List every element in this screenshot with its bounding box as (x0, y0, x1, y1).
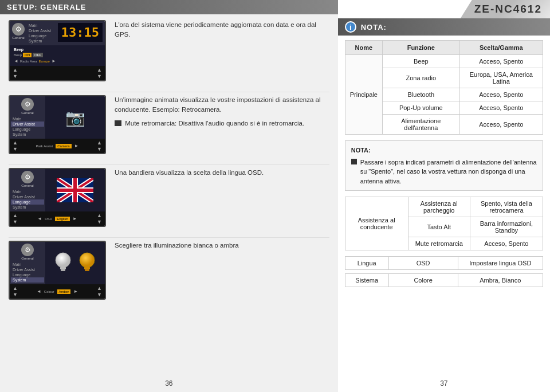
block-colour: ⚙ General Main Driver Assist Language Sy… (9, 241, 329, 300)
sistema-nome: Sistema (345, 274, 388, 287)
funzione-parcheggio: Assistenza al parcheggio (408, 197, 470, 217)
block-camera-text: Un'immagine animata visualizza le vostre… (115, 95, 329, 128)
nota-title: NOTA: (351, 146, 537, 155)
svg-point-12 (80, 253, 95, 268)
scelta-zona: Europa, USA, America Latina (459, 68, 543, 88)
screen-camera: ⚙ General Main Driver Assist Language Sy… (9, 95, 106, 154)
col-nome: Nome (345, 41, 382, 55)
assistenza-cell: Assistenza al conducente (345, 197, 408, 250)
scelta-tasto: Barra informazioni, Standby (470, 217, 543, 237)
right-page: ZE-NC4612 i NOTA: Nome Funzione Scelta/G… (338, 0, 550, 392)
gear-icon-2: ⚙ (21, 98, 34, 111)
main-table: Nome Funzione Scelta/Gamma Principale Be… (345, 40, 543, 135)
sistema-funzione: Colore (388, 274, 458, 287)
block-flag: ⚙ General Main Driver Assist Language Sy… (9, 168, 329, 227)
principale-cell: Principale (345, 55, 382, 135)
scelta-parcheggio: Spento, vista della retrocamera (470, 197, 543, 217)
funzione-popup: Pop-Up volume (383, 101, 460, 115)
funzione-antenna: Alimentazione dell'antenna (383, 115, 460, 135)
left-header-title: SETUP: GENERALE (7, 3, 87, 11)
svg-rect-10 (60, 267, 66, 269)
table-row: Principale Beep Acceso, Spento (345, 55, 543, 68)
page-number-left: 36 (165, 379, 172, 387)
block-clock: ⚙ General Main Driver Assist Language Sy… (9, 20, 329, 81)
svg-point-9 (56, 253, 70, 268)
sistema-table: Sistema Colore Ambra, Bianco (345, 273, 543, 287)
table-row: Assistenza al conducente Assistenza al p… (345, 197, 543, 217)
bulb-white-icon (54, 252, 72, 274)
nota-box: NOTA: Passare i sopra indicati parametri… (345, 140, 543, 191)
assistenza-table: Assistenza al conducente Assistenza al p… (345, 197, 543, 250)
block-camera: ⚙ General Main Driver Assist Language Sy… (9, 95, 329, 154)
clock-display: 13:15 (58, 23, 103, 42)
left-content: ⚙ General Main Driver Assist Language Sy… (0, 14, 338, 316)
lingua-scelta: Impostare lingua OSD (458, 257, 543, 270)
funzione-mute: Mute retromarcia (408, 237, 470, 250)
brand-title: ZE-NC4612 (474, 3, 542, 15)
screen-flag: ⚙ General Main Driver Assist Language Sy… (9, 168, 106, 227)
brand-bar: ZE-NC4612 (461, 0, 550, 18)
right-content: Nome Funzione Scelta/Gamma Principale Be… (338, 36, 550, 297)
screen-colour: ⚙ General Main Driver Assist Language Sy… (9, 241, 106, 300)
table-row: Lingua OSD Impostare lingua OSD (345, 257, 543, 270)
uk-flag-icon (57, 178, 93, 202)
svg-rect-14 (85, 269, 89, 271)
right-header-title: NOTA: (361, 23, 387, 32)
page-number-right: 37 (440, 379, 447, 387)
camera-icon: 📷 (65, 108, 85, 127)
screen-clock: ⚙ General Main Driver Assist Language Sy… (9, 20, 106, 81)
col-scelta: Scelta/Gamma (459, 41, 543, 55)
bullet-icon (351, 159, 357, 164)
left-page: SETUP: GENERALE ⚙ General Main Driver As… (0, 0, 338, 392)
gear-icon-3: ⚙ (21, 171, 34, 183)
funzione-bluetooth: Bluetooth (383, 88, 460, 101)
left-header-bar: SETUP: GENERALE (0, 0, 338, 14)
scelta-popup: Acceso, Spento (459, 101, 543, 115)
lingua-table: Lingua OSD Impostare lingua OSD (345, 256, 543, 270)
lingua-funzione: OSD (388, 257, 458, 270)
funzione-tasto: Tasto Alt (408, 217, 470, 237)
sistema-scelta: Ambra, Bianco (458, 274, 543, 287)
nota-text: Passare i sopra indicati parametri di al… (360, 158, 537, 186)
gear-icon: ⚙ (12, 23, 25, 36)
info-icon: i (345, 21, 356, 33)
scelta-mute: Acceso, Spento (470, 237, 543, 250)
scelta-bluetooth: Acceso, Spento (459, 88, 543, 101)
scelta-antenna: Acceso, Spento (459, 115, 543, 135)
nota-bullet: Passare i sopra indicati parametri di al… (351, 158, 537, 186)
bulb-amber-icon (78, 252, 96, 274)
funzione-zona: Zona radio (383, 68, 460, 88)
col-funzione: Funzione (383, 41, 460, 55)
right-header-bar: i NOTA: (338, 18, 550, 36)
svg-rect-13 (84, 267, 90, 269)
gear-icon-4: ⚙ (21, 244, 34, 256)
block-colour-text: Scegliere tra illuminazione bianca o amb… (115, 241, 329, 250)
mute-icon (115, 120, 121, 126)
scelta-beep: Acceso, Spento (459, 55, 543, 68)
svg-rect-8 (73, 178, 77, 202)
lingua-nome: Lingua (345, 257, 388, 270)
funzione-beep: Beep (383, 55, 460, 68)
block-clock-text: L'ora del sistema viene periodicamente a… (115, 20, 329, 40)
table-row: Sistema Colore Ambra, Bianco (345, 274, 543, 287)
block-flag-text: Una bandiera visualizza la scelta della … (115, 168, 329, 178)
svg-rect-11 (61, 269, 65, 271)
